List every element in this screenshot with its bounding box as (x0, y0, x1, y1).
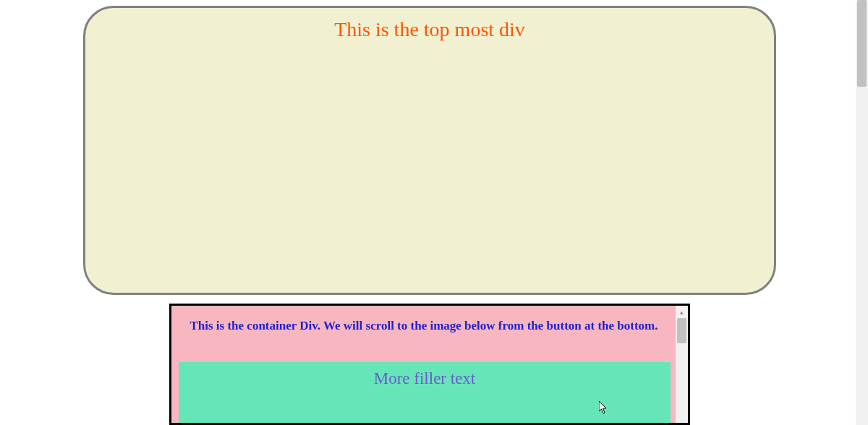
container-inner: This is the container Div. We will scrol… (171, 306, 688, 423)
filler-div: More filler text (179, 362, 671, 425)
container-div: This is the container Div. We will scrol… (169, 304, 690, 425)
scrollbar-up-arrow-icon[interactable]: ▴ (676, 306, 688, 318)
container-scrollbar[interactable]: ▴ (676, 306, 688, 423)
filler-text: More filler text (179, 369, 671, 388)
page-scrollbar[interactable] (856, 0, 868, 425)
top-div-heading: This is the top most div (85, 18, 774, 41)
container-text: This is the container Div. We will scrol… (171, 306, 688, 343)
top-div: This is the top most div (83, 6, 776, 295)
page-scrollbar-thumb[interactable] (857, 0, 867, 87)
container-scrollbar-thumb[interactable] (677, 318, 686, 343)
